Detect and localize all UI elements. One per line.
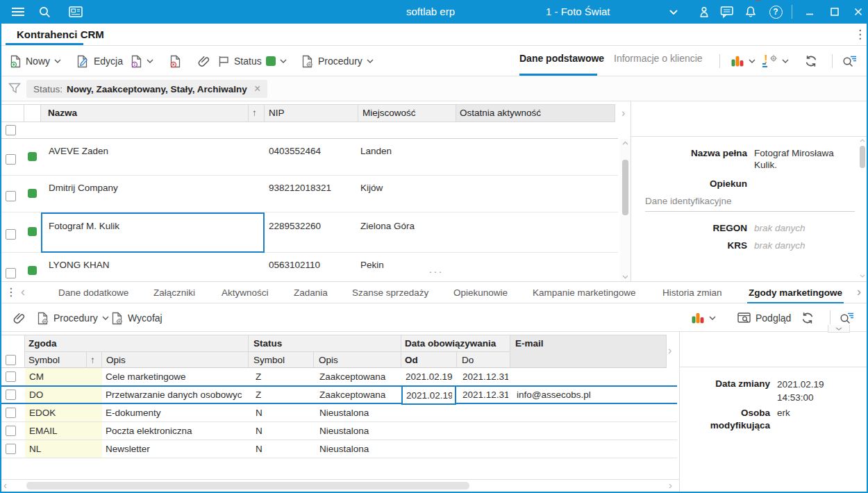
- tab-zalaczniki[interactable]: Załączniki: [153, 282, 195, 304]
- table-row[interactable]: LYONG KHAN 0563102110 Pekin: [0, 253, 618, 281]
- row-checkbox[interactable]: [6, 268, 16, 278]
- row-checkbox[interactable]: [6, 191, 16, 201]
- sort-column-cell[interactable]: ↑: [87, 351, 102, 368]
- row-checkbox[interactable]: [6, 426, 16, 436]
- tabs-scroll-left-icon[interactable]: ‹: [21, 282, 25, 304]
- sort-column-cell[interactable]: ↑: [249, 104, 265, 122]
- scroll-thumb[interactable]: [622, 160, 628, 215]
- panel-expand-chevron[interactable]: [828, 325, 850, 333]
- scroll-thumb[interactable]: [860, 146, 865, 168]
- group-header-zgoda[interactable]: Zgoda: [25, 335, 249, 351]
- scroll-up-arrow[interactable]: [622, 141, 628, 145]
- row-checkbox[interactable]: [6, 229, 16, 240]
- window-maximize-button[interactable]: [825, 0, 844, 24]
- select-all-checkbox[interactable]: [6, 355, 16, 365]
- column-header-symbol[interactable]: Symbol: [25, 351, 87, 368]
- group-header-data-obowiazywania[interactable]: Data obowiązywania: [401, 335, 510, 351]
- scroll-thumb[interactable]: [26, 482, 469, 490]
- analysis-button[interactable]: [691, 308, 716, 328]
- kebab-menu-icon[interactable]: ⋮: [854, 26, 865, 43]
- alerts-button[interactable]: !: [762, 51, 789, 72]
- menu-icon[interactable]: [8, 0, 28, 24]
- analysis-button[interactable]: [731, 51, 756, 72]
- row-checkbox[interactable]: [6, 408, 16, 418]
- consent-row[interactable]: CM Cele marketingowe Z Zaakceptowana 202…: [0, 368, 677, 386]
- window-minimize-button[interactable]: [800, 0, 819, 24]
- column-header-od[interactable]: Od: [401, 351, 457, 368]
- group-header-status[interactable]: Status: [249, 335, 401, 351]
- column-header-nazwa[interactable]: Nazwa: [41, 104, 249, 122]
- window-close-button[interactable]: [849, 0, 868, 24]
- active-tab-underline: [6, 43, 83, 45]
- consent-row[interactable]: NL Newsletter N Nieustalona: [0, 440, 677, 458]
- column-header-do[interactable]: Do: [457, 351, 510, 368]
- scroll-down-arrow[interactable]: [860, 274, 865, 278]
- table-row[interactable]: Dmitrij Company 938212018321 Kijów: [0, 176, 618, 212]
- tab-kampanie-marketingowe[interactable]: Kampanie marketingowe: [533, 282, 636, 304]
- column-header-miejscowosc[interactable]: Miejscowość: [358, 104, 456, 122]
- scroll-up-arrow[interactable]: [860, 139, 865, 142]
- consent-row[interactable]: EDOK E-dokumenty N Nieustalona: [0, 404, 677, 422]
- column-header-nip[interactable]: NIP: [265, 104, 358, 122]
- row-checkbox[interactable]: [6, 390, 16, 400]
- tab-historia-zmian[interactable]: Historia zmian: [662, 282, 722, 304]
- vertical-scrollbar[interactable]: [620, 139, 631, 281]
- chat-icon[interactable]: [718, 0, 736, 24]
- new-button[interactable]: Nowy: [10, 51, 61, 72]
- splitter-handle[interactable]: ···: [417, 267, 456, 276]
- column-header-ostatnia-aktywnosc[interactable]: Ostatnia aktywność: [456, 104, 615, 122]
- column-header-status-opis[interactable]: Opis: [314, 351, 401, 368]
- funnel-icon[interactable]: [8, 83, 21, 94]
- chevron-down-icon[interactable]: [667, 0, 681, 24]
- group-header-email[interactable]: E-mail: [510, 335, 667, 368]
- tab-dane-dodatkowe[interactable]: Dane dodatkowe: [58, 282, 128, 304]
- company-selector[interactable]: 1 - Foto Świat: [546, 0, 610, 24]
- filter-chip[interactable]: Status: Nowy, Zaakceptowany, Stały, Arch…: [26, 80, 267, 98]
- scroll-left-arrow[interactable]: ‹: [3, 480, 7, 491]
- row-checkbox[interactable]: [6, 371, 16, 382]
- news-icon[interactable]: [65, 0, 86, 24]
- attachments-button[interactable]: [196, 51, 210, 72]
- column-header-status-symbol[interactable]: Symbol: [249, 351, 314, 368]
- horizontal-scrollbar[interactable]: ‹ ›: [0, 479, 679, 492]
- consent-row[interactable]: EMAIL Poczta elektroniczna N Nieustalona: [0, 422, 677, 440]
- user-icon[interactable]: [696, 0, 712, 24]
- tab-zadania[interactable]: Zadania: [294, 282, 328, 304]
- preview-button[interactable]: Podgląd: [737, 308, 791, 328]
- filter-chip-remove-icon[interactable]: ×: [254, 83, 260, 95]
- status-button[interactable]: Status: [218, 51, 287, 72]
- view-tab-informacje-o-kliencie[interactable]: Informacje o kliencie: [614, 53, 703, 64]
- tab-aktywnosci[interactable]: Aktywności: [222, 282, 269, 304]
- scroll-down-arrow[interactable]: [622, 275, 628, 279]
- tab-szanse-sprzedazy[interactable]: Szanse sprzedaży: [352, 282, 428, 304]
- row-checkbox[interactable]: [6, 154, 16, 165]
- search-filter-button[interactable]: [842, 51, 857, 72]
- scroll-right-arrow[interactable]: ›: [669, 480, 672, 491]
- search-icon[interactable]: [35, 0, 54, 24]
- kebab-menu-icon[interactable]: ⋮: [6, 282, 15, 304]
- panel-scrollbar[interactable]: [858, 139, 867, 278]
- table-row[interactable]: AVEVE Zaden 0403552464 Landen: [0, 139, 618, 176]
- tab-opiekunowie[interactable]: Opiekunowie: [453, 282, 508, 304]
- table-row-selected[interactable]: Fotograf M. Kulik 2289532260 Zielona Gór…: [0, 212, 618, 253]
- refresh-button[interactable]: [801, 308, 815, 328]
- row-checkbox[interactable]: [6, 444, 16, 454]
- attachments-button[interactable]: [11, 308, 25, 328]
- tabs-scroll-right-icon[interactable]: ›: [857, 282, 861, 304]
- procedures-button[interactable]: Procedury: [301, 51, 374, 72]
- delete-button[interactable]: [169, 51, 181, 72]
- consent-row-selected[interactable]: DO Przetwarzanie danych osobowyc Z Zaakc…: [0, 386, 677, 404]
- tab-zgody-marketingowe-active[interactable]: Zgody marketingowe: [749, 282, 842, 304]
- info-button[interactable]: [131, 51, 153, 72]
- select-all-checkbox[interactable]: [6, 125, 16, 135]
- edit-button[interactable]: Edycja: [76, 51, 123, 72]
- withdraw-button[interactable]: Wycofaj: [111, 308, 162, 328]
- columns-overflow-chevron[interactable]: ›: [668, 344, 671, 357]
- refresh-button[interactable]: [804, 51, 818, 72]
- column-header-opis[interactable]: Opis: [102, 351, 249, 368]
- columns-overflow-chevron[interactable]: ›: [621, 107, 625, 119]
- help-icon[interactable]: ?: [767, 0, 785, 24]
- procedures-button[interactable]: Procedury: [37, 308, 109, 328]
- view-tab-dane-podstawowe[interactable]: Dane podstawowe: [519, 53, 604, 64]
- notifications-icon[interactable]: 1: [742, 0, 760, 24]
